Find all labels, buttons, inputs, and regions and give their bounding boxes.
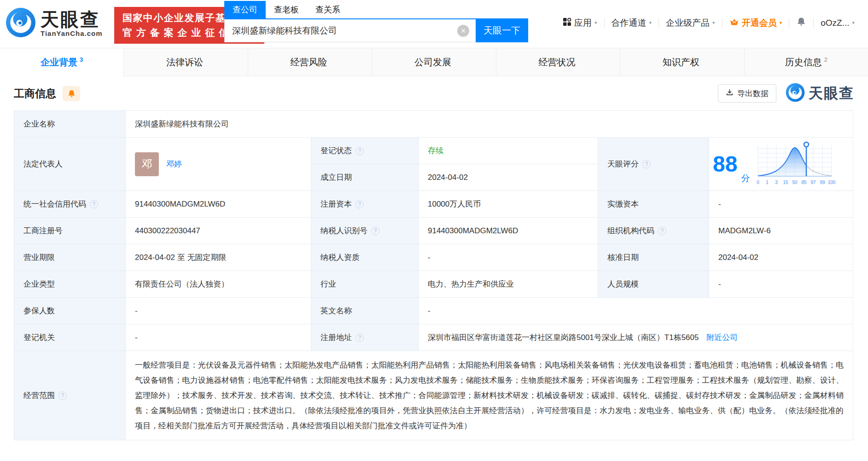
field-label: 登记状态 ? — [311, 138, 419, 164]
field-label: 纳税人识别号 ? — [311, 218, 419, 244]
svg-text:15: 15 — [783, 180, 789, 185]
nav-enterprise-products[interactable]: 企业级产品 ▾ — [659, 17, 722, 29]
field-value: 电力、热力生产和供应业 — [419, 271, 598, 298]
field-label: 成立日期 — [311, 164, 419, 191]
nav-partner[interactable]: 合作通道 ▾ — [605, 17, 659, 29]
table-row: 法定代表人 邓 邓婷 登记状态 ? 存续 天眼评分 ? 88 分 — [14, 138, 853, 164]
top-nav: 应用 ▾ 合作通道 ▾ 企业级产品 ▾ 开通会员 ▾ — [556, 17, 862, 29]
help-icon[interactable]: ? — [355, 200, 364, 208]
field-label: 参保人数 — [14, 298, 126, 324]
section-title: 工商信息 — [14, 86, 56, 101]
field-value: - — [419, 298, 853, 324]
search-button[interactable]: 天眼一下 — [476, 18, 528, 42]
company-name-value: 深圳盛新绿能科技有限公司 — [126, 111, 853, 138]
legal-rep-link[interactable]: 邓婷 — [166, 159, 182, 169]
nearby-companies-link[interactable]: 附近公司 — [706, 333, 738, 342]
field-label: 营业期限 — [14, 244, 126, 271]
tianyancha-logo[interactable]: 天眼查 TianYanCha.com — [6, 7, 103, 40]
table-row: 经营范围 ? 一般经营项目是：光伏设备及元器件销售；太阳能热发电产品销售；太阳能… — [14, 351, 853, 440]
company-page-tabs: 企业背景3 法律诉讼 经营风险 公司发展 经营状况 知识产权 历史信息2 — [0, 48, 868, 76]
score-value: 88 — [713, 153, 737, 175]
crown-icon — [729, 17, 739, 29]
field-value: 91440300MADGM2LW6D — [126, 191, 311, 218]
tianyancha-watermark-logo: 天眼查 — [786, 83, 854, 104]
nav-user-menu[interactable]: oOzZ... ▾ — [814, 18, 862, 28]
field-label: 企业名称 — [14, 111, 126, 138]
field-label: 注册地址 ? — [311, 324, 419, 351]
chevron-down-icon: ▾ — [852, 20, 855, 26]
search-tabs: 查公司 查老板 查关系 — [224, 1, 528, 18]
clear-search-icon[interactable]: ✕ — [457, 25, 469, 37]
field-label: 实缴资本 — [598, 191, 709, 218]
help-icon[interactable]: ? — [658, 227, 666, 235]
tab-history-info[interactable]: 历史信息2 — [744, 48, 868, 76]
field-value: 10000万人民币 — [419, 191, 598, 218]
score-cell: 88 分 — [709, 138, 853, 191]
business-info-table: 企业名称 深圳盛新绿能科技有限公司 法定代表人 邓 邓婷 登记状态 ? 存续 天… — [14, 110, 853, 440]
table-row: 企业类型 有限责任公司（法人独资） 行业 电力、热力生产和供应业 人员规模 - — [14, 271, 853, 298]
header: 天眼查 TianYanCha.com 国家中小企业发展子基金旗下 官方备案企业征… — [0, 0, 868, 48]
field-label: 英文名称 — [311, 298, 419, 324]
legal-rep-cell: 邓 邓婷 — [126, 138, 311, 191]
registered-address-cell: 深圳市福田区华富街道莲花一村社区皇岗路5001号深业上城（南区）T1栋5605 … — [419, 324, 853, 351]
field-label: 核准日期 — [598, 244, 709, 271]
field-value: MADGM2LW-6 — [709, 218, 853, 244]
field-value: 有限责任公司（法人独资） — [126, 271, 311, 298]
help-icon[interactable]: ? — [58, 392, 67, 400]
tab-company-background[interactable]: 企业背景3 — [0, 48, 123, 76]
nav-apps[interactable]: 应用 ▾ — [556, 17, 604, 29]
username: oOzZ... — [821, 18, 849, 28]
score-distribution-chart: 0 1 3 15 50 85 97 99 100 — [753, 141, 837, 187]
help-icon[interactable]: ? — [642, 160, 651, 168]
legal-rep-avatar[interactable]: 邓 — [135, 152, 159, 176]
tab-count: 3 — [80, 56, 83, 63]
brand-name: 天眼查 — [41, 10, 103, 29]
brand-domain: TianYanCha.com — [41, 29, 103, 37]
monitor-bell-button[interactable] — [63, 86, 80, 101]
table-row: 企业名称 深圳盛新绿能科技有限公司 — [14, 111, 853, 138]
table-row: 工商注册号 440300222030447 纳税人识别号 ? 91440300M… — [14, 218, 853, 244]
tab-company-development[interactable]: 公司发展 — [372, 48, 495, 76]
field-value: 2024-04-02 — [419, 164, 598, 191]
tab-operating-status[interactable]: 经营状况 — [496, 48, 620, 76]
field-label: 企业类型 — [14, 271, 126, 298]
field-value: - — [126, 298, 311, 324]
address-text: 深圳市福田区华富街道莲花一村社区皇岗路5001号深业上城（南区）T1栋5605 — [428, 333, 699, 342]
nav-notifications[interactable] — [789, 17, 813, 29]
business-info-section-head: 工商信息 导出数据 — [0, 76, 868, 110]
search-tab-boss[interactable]: 查老板 — [266, 1, 307, 18]
field-label: 经营范围 ? — [14, 351, 126, 440]
svg-text:3: 3 — [775, 180, 778, 185]
svg-text:0: 0 — [757, 180, 760, 185]
svg-text:100: 100 — [828, 180, 836, 185]
pin-icon — [804, 142, 809, 147]
help-icon[interactable]: ? — [355, 147, 364, 155]
nav-vip-upgrade[interactable]: 开通会员 ▾ — [722, 17, 789, 29]
field-label: 行业 — [311, 271, 419, 298]
field-label: 法定代表人 — [14, 138, 126, 191]
search-box: ✕ 天眼一下 — [224, 18, 528, 42]
search-input[interactable] — [225, 19, 457, 42]
help-icon[interactable]: ? — [355, 334, 364, 342]
field-label: 统一社会信用代码 ? — [14, 191, 126, 218]
tab-legal-proceedings[interactable]: 法律诉讼 — [123, 48, 247, 76]
score-unit: 分 — [741, 173, 750, 184]
tab-operating-risk[interactable]: 经营风险 — [248, 48, 372, 76]
field-value: - — [419, 244, 598, 271]
help-icon[interactable]: ? — [371, 227, 379, 235]
search-tab-relation[interactable]: 查关系 — [307, 1, 349, 18]
bell-icon — [796, 17, 806, 29]
help-icon[interactable]: ? — [90, 200, 98, 208]
field-value: 91440300MADGM2LW6D — [419, 218, 598, 244]
export-data-button[interactable]: 导出数据 — [718, 84, 776, 103]
chevron-down-icon: ▾ — [780, 20, 782, 26]
bell-icon — [67, 89, 76, 98]
search-widget: 查公司 查老板 查关系 ✕ 天眼一下 — [224, 1, 528, 42]
tab-intellectual-property[interactable]: 知识产权 — [620, 48, 744, 76]
search-tab-company[interactable]: 查公司 — [224, 1, 266, 18]
field-label: 纳税人资质 — [311, 244, 419, 271]
apps-grid-icon — [563, 17, 571, 29]
svg-text:50: 50 — [792, 180, 798, 185]
download-icon — [726, 88, 734, 98]
chevron-down-icon: ▾ — [594, 20, 597, 26]
